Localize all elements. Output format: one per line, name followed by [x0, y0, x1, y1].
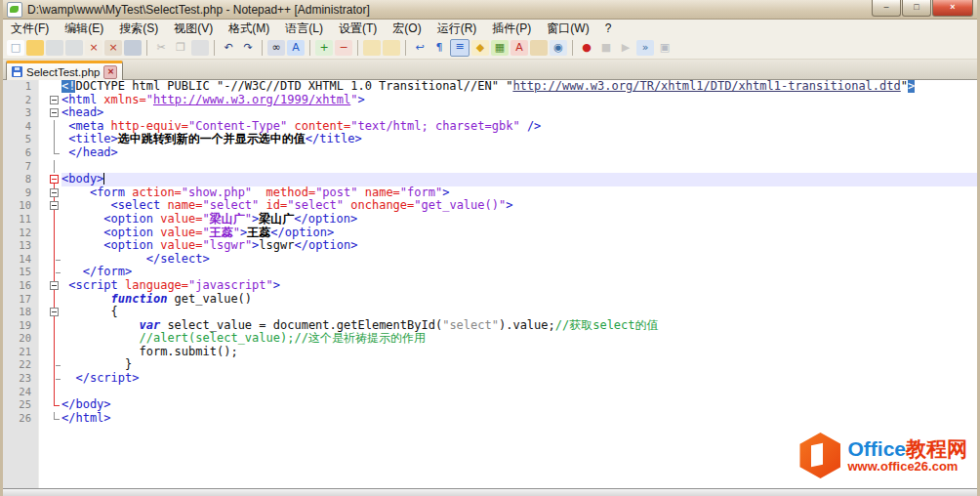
code-text[interactable]: function get_value()	[61, 293, 977, 307]
menu-window[interactable]: 窗口(W)	[539, 20, 596, 38]
save-all-icon[interactable]	[65, 40, 83, 56]
fold-marker[interactable]	[48, 186, 61, 200]
fold-collapse-box[interactable]	[50, 96, 59, 104]
code-text[interactable]: <body>	[61, 173, 977, 186]
code-text[interactable]: var select_value = document.getElementBy…	[61, 319, 977, 333]
code-text[interactable]	[61, 160, 977, 174]
sync-horizontal-scroll-icon[interactable]	[383, 40, 400, 56]
bookmark-margin[interactable]	[38, 120, 48, 134]
code-text[interactable]: <option value="梁山广">梁山广</option>	[61, 213, 977, 227]
menu-format[interactable]: 格式(M)	[221, 20, 277, 38]
user-defined-language-icon[interactable]: ◆	[471, 40, 489, 56]
code-text[interactable]: </body>	[61, 398, 977, 412]
open-folder-icon[interactable]	[26, 40, 44, 56]
tab-selecttest-php[interactable]: SelectTest.php ×	[6, 61, 123, 80]
code-text[interactable]: </head>	[61, 146, 977, 160]
menu-macro[interactable]: 宏(O)	[385, 20, 429, 38]
code-text[interactable]: </html>	[61, 412, 977, 426]
zoom-in-icon[interactable]: +	[315, 40, 333, 56]
macro-play-icon[interactable]: ▶	[617, 40, 634, 56]
bookmark-margin[interactable]	[38, 133, 48, 146]
menu-file[interactable]: 文件(F)	[3, 20, 57, 38]
fold-collapse-box[interactable]	[50, 108, 59, 117]
macro-save-icon[interactable]: ▣	[656, 40, 674, 56]
code-text[interactable]	[61, 386, 977, 399]
bookmark-margin[interactable]	[38, 160, 48, 174]
word-wrap-icon[interactable]: ↩	[411, 40, 429, 56]
bookmark-margin[interactable]	[38, 332, 48, 346]
show-all-characters-icon[interactable]: ¶	[430, 40, 448, 56]
close-all-icon[interactable]: ×	[104, 40, 122, 56]
redo-icon[interactable]: ↷	[239, 40, 257, 56]
print-icon[interactable]	[124, 40, 142, 56]
bookmark-margin[interactable]	[38, 372, 48, 386]
plugin-red-icon[interactable]: A	[510, 40, 528, 56]
undo-icon[interactable]: ↶	[220, 40, 237, 56]
save-icon[interactable]	[46, 40, 63, 56]
bookmark-margin[interactable]	[38, 173, 48, 186]
macro-record-icon[interactable]: ●	[578, 40, 595, 56]
bookmark-margin[interactable]	[38, 358, 48, 372]
menu-settings[interactable]: 设置(T)	[331, 20, 385, 38]
bookmark-margin[interactable]	[38, 80, 48, 94]
bookmark-margin[interactable]	[38, 239, 48, 253]
fold-collapse-box[interactable]	[50, 188, 59, 197]
show-indent-guide-icon[interactable]: ≡	[450, 39, 470, 57]
code-text[interactable]: <html xmlns="http://www.w3.org/1999/xhtm…	[61, 94, 977, 107]
copy-icon[interactable]: ❐	[172, 40, 189, 56]
minimize-button[interactable]: –	[872, 0, 901, 17]
fold-marker[interactable]	[48, 173, 61, 186]
bookmark-margin[interactable]	[38, 279, 48, 293]
menu-search[interactable]: 搜索(S)	[111, 20, 166, 38]
bookmark-margin[interactable]	[38, 398, 48, 412]
preview-eye-icon[interactable]: ◉	[550, 40, 567, 56]
find-icon[interactable]: ∞	[267, 40, 285, 56]
code-text[interactable]: <form action="show.php" method="post" na…	[61, 186, 977, 200]
bookmark-margin[interactable]	[38, 386, 48, 399]
fold-marker[interactable]	[48, 306, 61, 319]
code-text[interactable]: <title>选中跳转到新的一个并显示选中的值</title>	[61, 133, 977, 146]
fold-collapse-box[interactable]	[50, 201, 59, 210]
bookmark-margin[interactable]	[38, 106, 48, 120]
menu-help[interactable]: ?	[597, 21, 620, 36]
sync-vertical-scroll-icon[interactable]	[363, 40, 381, 56]
code-text[interactable]: <!DOCTYPE html PUBLIC "-//W3C//DTD XHTML…	[61, 80, 977, 94]
cut-icon[interactable]: ✂	[152, 40, 170, 56]
menu-plugins[interactable]: 插件(P)	[484, 20, 539, 38]
macro-run-multiple-icon[interactable]: »	[636, 40, 654, 56]
title-bar[interactable]: D:\wamp\www\MyTest\SelectTest.php - Note…	[3, 0, 977, 20]
tab-close-icon[interactable]: ×	[103, 65, 117, 79]
bookmark-margin[interactable]	[38, 253, 48, 267]
bookmark-margin[interactable]	[38, 266, 48, 279]
close-button[interactable]: ×	[932, 0, 973, 17]
code-text[interactable]: </script>	[61, 372, 977, 386]
bookmark-margin[interactable]	[38, 319, 48, 333]
bookmark-margin[interactable]	[38, 293, 48, 307]
bookmark-margin[interactable]	[38, 94, 48, 107]
code-text[interactable]: </form>	[61, 266, 977, 279]
folder-plugin-icon[interactable]	[530, 40, 548, 56]
editor-area[interactable]: 1<!DOCTYPE html PUBLIC "-//W3C//DTD XHTM…	[3, 80, 977, 488]
code-text[interactable]: <select name="select" id="select" onchan…	[61, 199, 977, 213]
bookmark-margin[interactable]	[38, 346, 48, 359]
new-file-icon[interactable]: □	[7, 40, 24, 56]
fold-collapse-box[interactable]	[50, 281, 59, 290]
replace-icon[interactable]: A	[287, 40, 305, 56]
bookmark-margin[interactable]	[38, 213, 48, 227]
menu-view[interactable]: 视图(V)	[166, 20, 221, 38]
code-text[interactable]: <option value="lsgwr">lsgwr</option>	[61, 239, 977, 253]
fold-marker[interactable]	[48, 199, 61, 213]
close-file-icon[interactable]: ×	[85, 40, 102, 56]
code-text[interactable]: <meta http-equiv="Content-Type" content=…	[61, 120, 977, 134]
fold-marker[interactable]	[48, 106, 61, 120]
bookmark-margin[interactable]	[38, 199, 48, 213]
macro-stop-icon[interactable]: ■	[597, 40, 615, 56]
bookmark-margin[interactable]	[38, 146, 48, 160]
bookmark-margin[interactable]	[38, 306, 48, 319]
menu-run[interactable]: 运行(R)	[429, 20, 485, 38]
menu-edit[interactable]: 编辑(E)	[57, 20, 111, 38]
code-text[interactable]: <head>	[61, 106, 977, 120]
zoom-out-icon[interactable]: −	[335, 40, 352, 56]
document-map-icon[interactable]: ▦	[491, 40, 509, 56]
code-text[interactable]: </select>	[61, 253, 977, 267]
